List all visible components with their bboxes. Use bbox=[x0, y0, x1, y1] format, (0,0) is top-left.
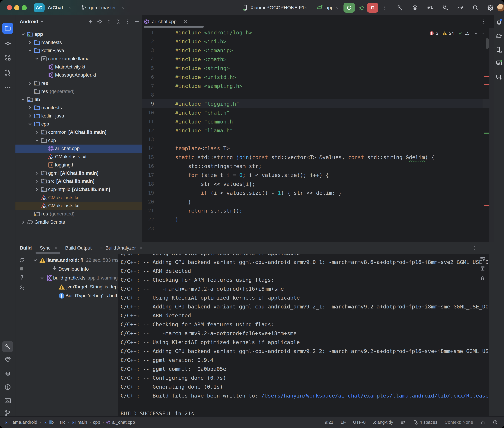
tab-sync[interactable]: Sync bbox=[40, 242, 51, 254]
code-line-11[interactable]: #include "common.h" bbox=[175, 117, 236, 126]
chevron-down-icon[interactable] bbox=[34, 56, 40, 62]
chevron-right-icon[interactable] bbox=[26, 113, 34, 119]
close-window-button[interactable] bbox=[7, 5, 12, 10]
stripe-notifications[interactable] bbox=[495, 17, 503, 26]
app-inspection-icon[interactable] bbox=[427, 4, 434, 11]
code-line-4[interactable]: #include <cmath> bbox=[175, 55, 227, 64]
tab-build-analyzer[interactable]: Build Analyzer bbox=[105, 242, 136, 254]
tree-item-src[interactable]: src[AiChat.lib.main] bbox=[16, 177, 142, 185]
build-inspect-target-icon[interactable] bbox=[19, 284, 25, 291]
branch-name[interactable]: ggml-master bbox=[89, 0, 116, 16]
zoom-window-button[interactable] bbox=[22, 5, 27, 10]
close-tab-icon[interactable] bbox=[183, 19, 188, 25]
code-line-5[interactable]: #include <string> bbox=[175, 64, 230, 73]
breadcrumb-ai-chat-cpp[interactable]: ai_chat.cpp bbox=[106, 420, 135, 425]
project-toolbar-expand-all-icon[interactable] bbox=[106, 19, 112, 24]
status-notifications-icon[interactable] bbox=[493, 420, 498, 425]
console-clear-all-icon[interactable] bbox=[480, 275, 486, 281]
code-line-2[interactable]: #include <jni.h> bbox=[175, 37, 227, 46]
tree-item-cpp[interactable]: cpp bbox=[16, 120, 142, 128]
chevron-right-icon[interactable] bbox=[26, 40, 34, 45]
chevron-right-icon[interactable] bbox=[34, 170, 40, 176]
status-lock-icon[interactable] bbox=[480, 420, 486, 425]
status-filter-icon[interactable] bbox=[401, 420, 406, 425]
tree-item-manifests[interactable]: manifests bbox=[16, 38, 142, 47]
tree-item-common[interactable]: common[AiChat.lib.main] bbox=[16, 128, 142, 136]
tree-item-lib[interactable]: lib bbox=[16, 96, 142, 104]
code-line-9[interactable]: #include "logging.h" bbox=[175, 99, 239, 108]
build-tree-item-1[interactable]: Download info bbox=[27, 265, 118, 273]
tree-item-cmakelists-txt[interactable]: CMakeLists.txt bbox=[16, 202, 142, 210]
project-toolbar-kebab-icon[interactable] bbox=[125, 19, 130, 24]
stripe-gradle[interactable] bbox=[495, 32, 503, 40]
close-build-output-tab-icon[interactable] bbox=[99, 246, 103, 250]
status-context[interactable]: Context: None bbox=[445, 420, 473, 425]
breadcrumb-main[interactable]: main bbox=[71, 420, 87, 425]
status-encoding[interactable]: UTF-8 bbox=[353, 420, 366, 425]
breadcrumb-cpp[interactable]: cpp bbox=[93, 420, 100, 425]
stripe-device-manager[interactable] bbox=[495, 45, 503, 54]
tree-item-res[interactable]: res bbox=[16, 79, 142, 87]
tree-item-mainactivity-kt[interactable]: MainActivity.kt bbox=[16, 63, 142, 71]
code-line-1[interactable]: #include <android/log.h> bbox=[175, 28, 252, 37]
build-tree-item-0[interactable]: llama.android: fi22 sec, 583 ms bbox=[27, 256, 118, 265]
stripe-project-folder[interactable] bbox=[2, 23, 13, 34]
project-chevron-icon[interactable] bbox=[68, 6, 72, 10]
build-hammer-icon[interactable] bbox=[396, 4, 403, 11]
debug-button[interactable] bbox=[359, 4, 365, 11]
device-selector[interactable]: Xiaomi POCOPHONE F1 bbox=[250, 0, 305, 16]
code-editor[interactable]: 1234567891011121314151617181920212223 #i… bbox=[142, 28, 494, 242]
device-chevron-icon[interactable] bbox=[304, 6, 308, 10]
attach-debugger-icon[interactable] bbox=[442, 4, 449, 11]
chevron-down-icon[interactable] bbox=[34, 138, 40, 143]
minimize-window-button[interactable] bbox=[14, 5, 19, 10]
stripe-commit[interactable] bbox=[2, 38, 13, 49]
stripe-terminal[interactable] bbox=[2, 395, 13, 406]
code-line-7[interactable]: #include <sampling.h> bbox=[175, 82, 242, 91]
chevron-down-icon[interactable] bbox=[20, 31, 26, 37]
tree-item-cpp[interactable]: cpp bbox=[16, 136, 142, 145]
breadcrumb-llama-android[interactable]: llama.android bbox=[4, 420, 37, 425]
code-line-15[interactable]: static std::string join(const std::vecto… bbox=[175, 153, 435, 162]
run-options-kebab-icon[interactable] bbox=[381, 5, 387, 10]
stripe-gemini-chat[interactable] bbox=[495, 73, 503, 81]
code-line-21[interactable]: return str.str(); bbox=[175, 206, 242, 215]
stripe-running-devices[interactable] bbox=[495, 58, 503, 67]
console-scroll-to-end-icon[interactable] bbox=[480, 266, 486, 272]
project-view-selector[interactable]: Android bbox=[20, 16, 44, 28]
chevron-right-icon[interactable] bbox=[34, 129, 40, 135]
tree-item-cmakelists-txt[interactable]: CMakeLists.txt bbox=[16, 153, 142, 161]
editor-tab-ai-chat-cpp[interactable]: ai_chat.cpp bbox=[144, 16, 188, 28]
run-button[interactable] bbox=[343, 3, 355, 13]
stripe-more[interactable] bbox=[2, 82, 13, 93]
stripe-logcat[interactable] bbox=[2, 369, 13, 380]
code-line-18[interactable]: str << values[i]; bbox=[175, 180, 255, 188]
tree-item-cpp-httplib[interactable]: cpp-httplib[AiChat.lib.main] bbox=[16, 185, 142, 194]
project-toolbar-collapse-all-icon[interactable] bbox=[116, 19, 121, 24]
tree-item-logging-h[interactable]: logging.h bbox=[16, 161, 142, 169]
editor-options-kebab-icon[interactable] bbox=[480, 19, 486, 24]
tree-item-app[interactable]: app bbox=[16, 30, 142, 38]
build-console[interactable]: C/C++: -- Using KleidiAI optimized kerne… bbox=[118, 254, 489, 417]
build-sync-refresh-icon[interactable] bbox=[19, 257, 25, 263]
ok-stripe-mark[interactable] bbox=[484, 132, 489, 134]
editor-scrollbar-thumb[interactable] bbox=[486, 38, 489, 49]
code-line-16[interactable]: std::ostringstream str; bbox=[175, 162, 262, 171]
tree-item-res[interactable]: res(generated) bbox=[16, 87, 142, 96]
build-options-kebab-icon[interactable] bbox=[472, 246, 478, 251]
chevron-right-icon[interactable] bbox=[26, 80, 34, 86]
code-line-10[interactable]: #include "chat.h" bbox=[175, 108, 230, 117]
branch-chevron-icon[interactable] bbox=[121, 6, 126, 10]
profiler-icon[interactable] bbox=[411, 4, 419, 11]
code-line-17[interactable]: for (size_t i = 0; i < values.size(); i+… bbox=[175, 171, 329, 180]
error-stripe-mark[interactable] bbox=[484, 84, 489, 85]
stripe-structure[interactable] bbox=[2, 52, 13, 63]
tree-item-kotlin-java[interactable]: kotlin+java bbox=[16, 112, 142, 120]
tree-item-com-example-llama[interactable]: com.example.llama bbox=[16, 55, 142, 63]
tree-item-res[interactable]: res(generated) bbox=[16, 210, 142, 218]
status-indent[interactable]: 4 spaces bbox=[413, 420, 437, 425]
code-line-6[interactable]: #include <unistd.h> bbox=[175, 73, 236, 82]
project-toolbar-add-icon[interactable] bbox=[88, 19, 93, 24]
tree-item-ai-chat-cpp[interactable]: ai_chat.cpp bbox=[16, 145, 142, 153]
chevron-down-icon[interactable] bbox=[26, 48, 34, 53]
